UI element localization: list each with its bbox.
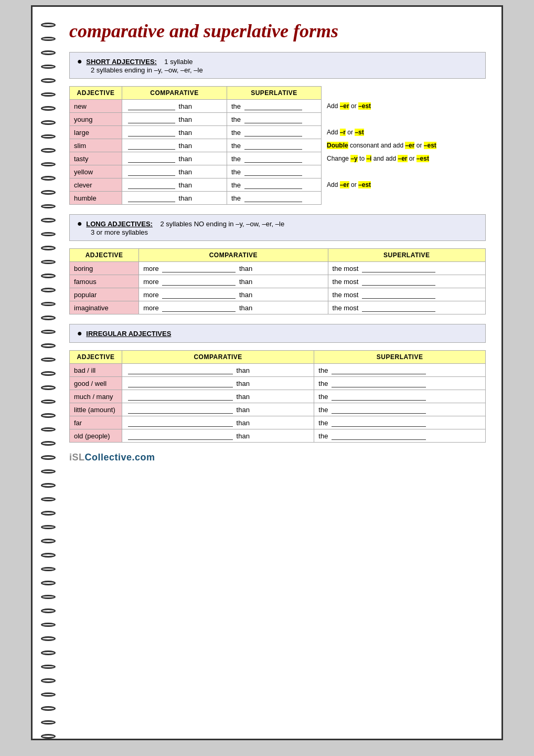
page: comparative and superlative forms ● SHOR…: [31, 5, 503, 740]
blank: [128, 141, 175, 150]
adj-imaginative: imaginative: [70, 301, 139, 314]
blank: [244, 102, 302, 110]
table-row: far than the: [70, 416, 486, 429]
adj-bad: bad / ill: [70, 364, 122, 377]
adj-humble: humble: [70, 192, 122, 205]
blank: [244, 154, 302, 163]
blank: [162, 303, 236, 312]
short-th-sup: SUPERLATIVE: [227, 87, 322, 100]
table-row: yellow than the Add –er or –est: [70, 165, 486, 178]
table-row: boring more than the most: [70, 262, 486, 275]
blank: [332, 366, 426, 374]
irregular-adjectives-table: ADJECTIVE COMPARATIVE SUPERLATIVE bad / …: [69, 350, 486, 443]
blank: [162, 264, 236, 272]
long-adjectives-box: ● LONG ADJECTIVES: 2 syllables NO ending…: [69, 214, 486, 241]
irreg-th-sup: SUPERLATIVE: [314, 351, 486, 364]
page-title: comparative and superlative forms: [69, 20, 486, 43]
blank: [362, 277, 435, 286]
blank: [128, 432, 233, 440]
blank: [128, 392, 233, 401]
short-th-adj: ADJECTIVE: [70, 87, 122, 100]
blank: [128, 418, 233, 427]
blank: [162, 290, 236, 299]
short-adj-desc1: 1 syllable: [164, 58, 193, 66]
table-row: bad / ill than the: [70, 364, 486, 377]
adj-tasty: tasty: [70, 152, 122, 165]
adj-yellow: yellow: [70, 165, 122, 178]
blank: [128, 128, 175, 136]
blank: [332, 379, 426, 387]
irreg-th-adj: ADJECTIVE: [70, 351, 122, 364]
long-adjectives-table: ADJECTIVE COMPARATIVE SUPERLATIVE boring…: [69, 248, 486, 314]
short-adj-label: SHORT ADJECTIVES:: [86, 58, 157, 66]
blank: [244, 141, 302, 150]
blank: [128, 405, 233, 414]
blank: [244, 115, 302, 123]
long-th-comp: COMPARATIVE: [139, 249, 328, 262]
adj-good: good / well: [70, 377, 122, 390]
blank: [332, 392, 426, 401]
short-adjectives-table: ADJECTIVE COMPARATIVE SUPERLATIVE new th…: [69, 86, 486, 205]
adj-famous: famous: [70, 275, 139, 288]
table-row: little (amount) than the: [70, 403, 486, 416]
adj-far: far: [70, 416, 122, 429]
adj-old-people: old (people): [70, 429, 122, 443]
blank: [244, 181, 302, 189]
adj-new: new: [70, 100, 122, 113]
adj-young: young: [70, 113, 122, 126]
long-adj-desc2: 3 or more syllables: [91, 228, 148, 236]
blank: [128, 167, 175, 176]
footer-logo: iSLCollective.com: [69, 452, 486, 463]
blank: [128, 115, 175, 123]
blank: [128, 194, 175, 202]
adj-boring: boring: [70, 262, 139, 275]
adj-popular: popular: [70, 288, 139, 301]
blank: [362, 264, 435, 272]
blank: [244, 167, 302, 176]
table-row: famous more than the most: [70, 275, 486, 288]
blank: [244, 128, 302, 136]
table-row: large than the Add –r or –st: [70, 126, 486, 139]
blank: [128, 366, 233, 374]
table-row: slim than the Double consonant and add –…: [70, 139, 486, 152]
irregular-adjectives-box: ● IRREGULAR ADJECTIVES: [69, 324, 486, 343]
adj-slim: slim: [70, 139, 122, 152]
blank: [128, 102, 175, 110]
table-row: old (people) than the: [70, 429, 486, 443]
long-th-adj: ADJECTIVE: [70, 249, 139, 262]
table-row: popular more than the most: [70, 288, 486, 301]
table-row: new than the Add –er or –est: [70, 100, 486, 113]
adj-clever: clever: [70, 178, 122, 192]
blank: [162, 277, 236, 286]
blank: [332, 405, 426, 414]
long-adj-label: LONG ADJECTIVES:: [86, 220, 153, 228]
table-row: much / many than the: [70, 390, 486, 403]
blank: [332, 432, 426, 440]
short-adjectives-box: ● SHORT ADJECTIVES: 1 syllable 2 syllabl…: [69, 52, 486, 79]
blank: [362, 290, 435, 299]
blank: [362, 303, 435, 312]
blank: [332, 418, 426, 427]
adj-much: much / many: [70, 390, 122, 403]
adj-large: large: [70, 126, 122, 139]
blank: [244, 194, 302, 202]
table-row: good / well than the: [70, 377, 486, 390]
table-row: tasty than the Change –y to –i and add –…: [70, 152, 486, 165]
short-th-rule: [322, 87, 486, 100]
short-th-comp: COMPARATIVE: [122, 87, 227, 100]
short-adj-desc2: 2 syllables ending in –y, –ow, –er, –le: [91, 66, 203, 74]
table-row: imaginative more than the most: [70, 301, 486, 314]
blank: [128, 154, 175, 163]
irreg-adj-label: IRREGULAR ADJECTIVES: [86, 330, 171, 338]
table-row: young than the: [70, 113, 486, 126]
blank: [128, 379, 233, 387]
adj-little: little (amount): [70, 403, 122, 416]
long-adj-desc1: 2 syllables NO ending in –y, –ow, –er, –…: [160, 220, 284, 228]
spiral-binding: [33, 7, 64, 739]
long-th-sup: SUPERLATIVE: [328, 249, 485, 262]
blank: [128, 181, 175, 189]
irreg-th-comp: COMPARATIVE: [122, 351, 314, 364]
